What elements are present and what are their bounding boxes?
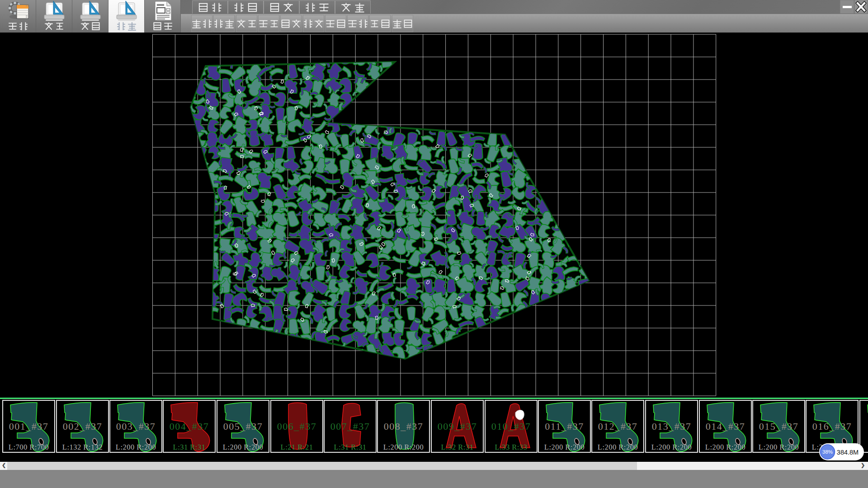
svg-text:38%: 38% xyxy=(822,449,833,455)
svg-text:384.8M: 384.8M xyxy=(837,449,859,456)
